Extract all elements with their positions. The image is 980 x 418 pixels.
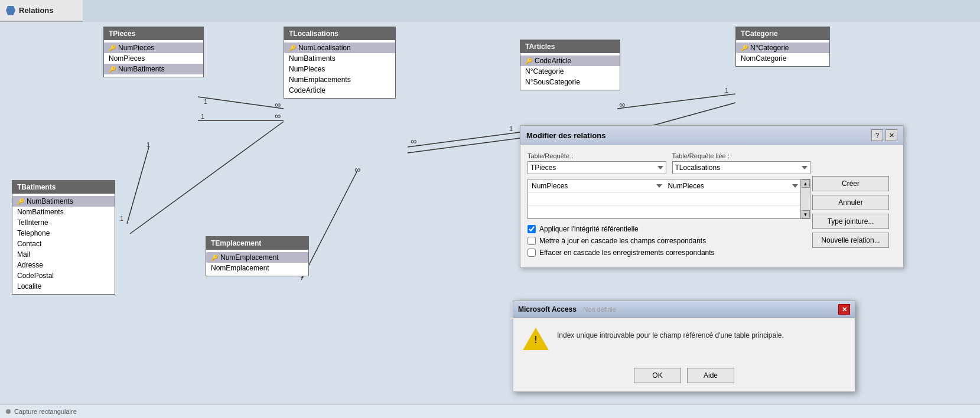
field-cell-left-0[interactable]: NumPieces	[528, 179, 665, 192]
table-tlocalisations-header: TLocalisations	[284, 27, 395, 40]
access-dialog-titlebar: Microsoft Access Non définie ✕	[513, 301, 855, 318]
checkbox-effacer[interactable]	[528, 249, 536, 257]
linked-table-select[interactable]: TLocalisations	[672, 161, 811, 174]
svg-text:1: 1	[725, 87, 728, 94]
linked-table-label: Table/Requête liée :	[672, 152, 811, 159]
annuler-button[interactable]: Annuler	[812, 195, 889, 210]
field-grid: NumPieces NumPieces ▲ ▼	[528, 179, 810, 219]
key-icon-numbatiments: 🔑	[109, 66, 116, 73]
svg-line-10	[617, 94, 735, 109]
field-numbatiments-tbat: 🔑 NumBatiments	[12, 196, 115, 207]
creer-button[interactable]: Créer	[812, 176, 889, 191]
key-icon-numemplacement: 🔑	[211, 254, 218, 261]
field-cell-right-0[interactable]: NumPieces	[665, 179, 801, 192]
field-nompieces: NomPieces	[104, 53, 203, 64]
table-tarticles: TArticles 🔑 CodeArticle N°Categorie N°So…	[520, 40, 620, 90]
field-adresse: Adresse	[12, 260, 115, 270]
scrollbar-down[interactable]: ▼	[802, 210, 810, 218]
field-localite: Localite	[12, 281, 115, 292]
table-tcategorie-body: 🔑 N°Categorie NomCategorie	[736, 40, 829, 66]
checkbox-mettreajour[interactable]	[528, 237, 536, 245]
field-numbatiments-tpieces: 🔑 NumBatiments	[104, 64, 203, 74]
modifier-dialog-content: Table/Requête : TPieces Table/Requête li…	[520, 145, 903, 267]
access-message: Index unique introuvable pour le champ r…	[557, 328, 784, 341]
access-dialog-close-btn[interactable]: ✕	[838, 304, 850, 315]
table-tEmplacement-header: TEmplacement	[206, 237, 308, 250]
capture-label: Capture rectangulaire	[14, 408, 77, 415]
field-cell-right-2[interactable]	[665, 205, 801, 218]
key-icon-ncategorie: 🔑	[741, 45, 748, 51]
table-tcategorie: TCategorie 🔑 N°Categorie NomCategorie	[735, 27, 830, 67]
table-tpieces: TPieces 🔑 NumPieces NomPieces 🔑 NumBatim…	[103, 27, 204, 77]
field-col-right: NumPieces	[665, 179, 801, 218]
field-codearticle-tlocal: CodeArticle	[284, 85, 395, 96]
modifier-dialog-help-btn[interactable]: ?	[871, 129, 883, 141]
field-codearticle: 🔑 CodeArticle	[520, 55, 620, 66]
field-numpieces: 🔑 NumPieces	[104, 43, 203, 53]
svg-line-19	[301, 171, 357, 280]
access-buttons: OK Aide	[513, 363, 855, 391]
field-numemplacements: NumEmplacements	[284, 74, 395, 85]
access-dialog: Microsoft Access Non définie ✕ ! Index u…	[513, 301, 855, 392]
svg-text:1: 1	[204, 98, 207, 105]
field-contact: Contact	[12, 239, 115, 249]
table-tbatiments-header: TBatiments	[12, 181, 115, 194]
key-icon-numbatiments-tbat: 🔑	[17, 198, 24, 205]
table-tEmplacement-body: 🔑 NumEmplacement NomEmplacement	[206, 250, 308, 276]
svg-text:1: 1	[509, 125, 513, 132]
field-numlocalisation: 🔑 NumLocalisation	[284, 43, 395, 53]
svg-line-9	[408, 138, 520, 153]
key-icon-numlocalisation: 🔑	[289, 45, 296, 51]
title-bar: Relations	[0, 0, 83, 22]
field-ncategorie-tarticles: N°Categorie	[520, 66, 620, 77]
svg-text:∞: ∞	[275, 111, 281, 120]
table-select-row: Table/Requête : TPieces Table/Requête li…	[528, 152, 810, 174]
table-tbatiments: TBatiments 🔑 NumBatiments NomBatiments T…	[12, 180, 115, 295]
field-numbatiments-tlocal: NumBatiments	[284, 53, 395, 64]
field-numpieces-tlocal: NumPieces	[284, 64, 395, 74]
type-jointure-button[interactable]: Type jointure...	[812, 214, 889, 229]
capture-dot	[6, 409, 11, 414]
canvas: 1 ∞ 1 ∞ ∞ 1 ∞ 1 ∞ 1 1 1 ∞ TPieces	[0, 22, 980, 418]
table-col: Table/Requête : TPieces	[528, 152, 666, 174]
table-tpieces-header: TPieces	[104, 27, 203, 40]
table-tarticles-header: TArticles	[520, 40, 620, 53]
table-tEmplacement: TEmplacement 🔑 NumEmplacement NomEmplace…	[206, 236, 309, 276]
ok-button[interactable]: OK	[634, 368, 681, 383]
key-icon-codearticle: 🔑	[525, 58, 532, 64]
field-cell-left-1[interactable]	[528, 192, 665, 205]
access-dialog-subtitle: Non définie	[583, 306, 616, 313]
svg-text:1: 1	[146, 141, 150, 148]
modifier-dialog-title-buttons: ? ✕	[871, 129, 897, 141]
field-telinterne: TelInterne	[12, 217, 115, 228]
field-cell-left-2[interactable]	[528, 205, 665, 218]
modifier-dialog-close-btn[interactable]: ✕	[885, 129, 897, 141]
modifier-dialog-buttons: Créer Annuler Type jointure... Nouvelle …	[812, 176, 889, 248]
field-ncategorie: 🔑 N°Categorie	[736, 43, 829, 53]
relations-icon	[6, 6, 15, 15]
scrollbar-up[interactable]: ▲	[802, 179, 810, 188]
field-cell-right-1[interactable]	[665, 192, 801, 205]
svg-text:1: 1	[201, 113, 204, 120]
linked-table-col: Table/Requête liée : TLocalisations	[672, 152, 811, 174]
field-codepostal: CodePostal	[12, 270, 115, 281]
table-tarticles-body: 🔑 CodeArticle N°Categorie N°SousCategori…	[520, 53, 620, 90]
checkbox-effacer-label: Effacer en cascade les enregistrements c…	[539, 249, 715, 257]
field-col-left: NumPieces	[528, 179, 665, 218]
table-tlocalisations: TLocalisations 🔑 NumLocalisation NumBati…	[284, 27, 396, 99]
svg-line-18	[130, 122, 284, 234]
checkbox-appliquer[interactable]	[528, 225, 536, 233]
aide-button[interactable]: Aide	[687, 368, 734, 383]
checkbox-effacer-row: Effacer en cascade les enregistrements c…	[528, 249, 810, 257]
field-mail: Mail	[12, 249, 115, 260]
field-scrollbar[interactable]: ▲ ▼	[800, 179, 810, 218]
svg-line-0	[198, 97, 284, 109]
table-select[interactable]: TPieces	[528, 161, 666, 174]
field-nomcategorie: NomCategorie	[736, 53, 829, 64]
checkbox-appliquer-row: Appliquer l'intégrité référentielle	[528, 225, 810, 233]
key-icon-numpieces: 🔑	[109, 45, 116, 51]
warning-exclaim: !	[534, 335, 537, 345]
checkbox-mettreajour-label: Mettre à jour en cascade les champs corr…	[539, 237, 706, 245]
nouvelle-relation-button[interactable]: Nouvelle relation...	[812, 233, 889, 248]
field-nombatiments: NomBatiments	[12, 207, 115, 217]
